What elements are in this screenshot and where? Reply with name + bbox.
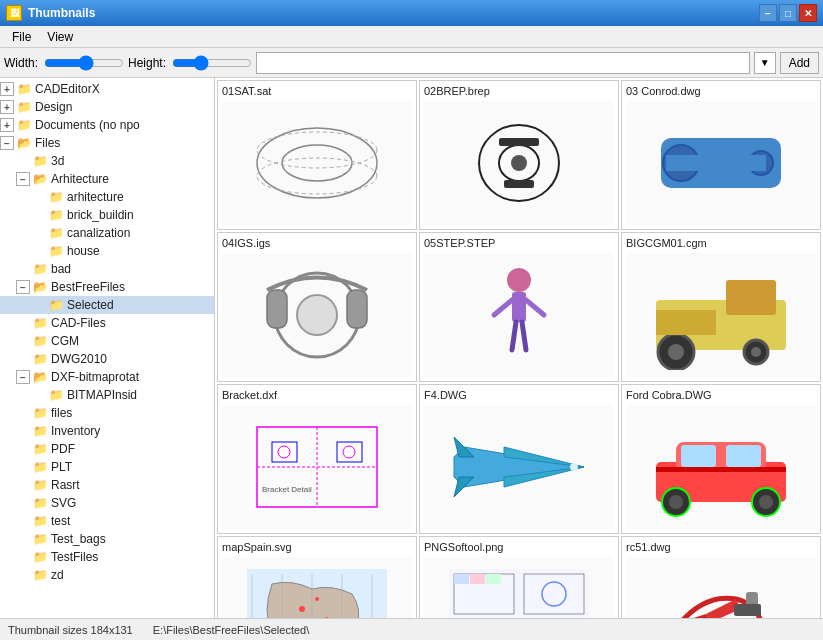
tree-no-expand [32, 244, 46, 258]
folder-icon: 📁 [16, 82, 32, 96]
folder-icon: 📁 [32, 316, 48, 330]
thumbnail-image [222, 253, 412, 377]
thumbnail-cell[interactable]: F4.DWG [419, 384, 619, 534]
tree-item-dwg2010[interactable]: 📁DWG2010 [0, 350, 214, 368]
tree-item-plt[interactable]: 📁PLT [0, 458, 214, 476]
tree-item-dxfbitmap[interactable]: −📂DXF-bitmaprotat [0, 368, 214, 386]
folder-icon: 📁 [48, 298, 64, 312]
thumbnail-cell[interactable]: Bracket.dxf Bracket Detail [217, 384, 417, 534]
minimize-button[interactable]: − [759, 4, 777, 22]
tree-item-bad[interactable]: 📁bad [0, 260, 214, 278]
tree-item-arhitecture[interactable]: −📂Arhitecture [0, 170, 214, 188]
status-size: Thumbnail sizes 184x131 [8, 624, 133, 636]
thumbnail-cell[interactable]: 03 Conrod.dwg [621, 80, 821, 230]
tree-item-inventory[interactable]: 📁Inventory [0, 422, 214, 440]
tree-item-test_bags[interactable]: 📁Test_bags [0, 530, 214, 548]
svg-line-22 [526, 300, 544, 315]
tree-item-pdf[interactable]: 📁PDF [0, 440, 214, 458]
tree-item-testfiles[interactable]: 📁TestFiles [0, 548, 214, 566]
path-input[interactable]: E:\Files\BestFreeFiles\Selected\ [256, 52, 750, 74]
tree-item-cadfiles[interactable]: 📁CAD-Files [0, 314, 214, 332]
tree-no-expand [16, 442, 30, 456]
tree-item-design[interactable]: +📁Design [0, 98, 214, 116]
tree-item-cgm[interactable]: 📁CGM [0, 332, 214, 350]
tree-label: Inventory [51, 424, 100, 438]
folder-icon: 📂 [32, 370, 48, 384]
expand-icon[interactable]: − [16, 172, 30, 186]
expand-icon[interactable]: + [0, 100, 14, 114]
tree-label: TestFiles [51, 550, 98, 564]
tree-label: arhitecture [67, 190, 124, 204]
svg-rect-48 [681, 445, 716, 467]
thumbnail-image [424, 253, 614, 377]
thumbnail-name: 02BREP.brep [424, 85, 490, 97]
tree-item-files[interactable]: −📂Files [0, 134, 214, 152]
thumbnail-name: BIGCGM01.cgm [626, 237, 707, 249]
expand-icon[interactable]: − [16, 370, 30, 384]
thumbnail-cell[interactable]: rc51.dwg [621, 536, 821, 618]
close-button[interactable]: ✕ [799, 4, 817, 22]
add-button[interactable]: Add [780, 52, 819, 74]
tree-item-3d[interactable]: 📁3d [0, 152, 214, 170]
width-slider[interactable] [44, 53, 124, 73]
tree-item-bitmapinsid[interactable]: 📁BITMAPInsid [0, 386, 214, 404]
svg-text:Bracket Detail: Bracket Detail [262, 485, 312, 494]
folder-icon: 📁 [32, 154, 48, 168]
thumbnail-cell[interactable]: 02BREP.brep [419, 80, 619, 230]
expand-icon[interactable]: + [0, 82, 14, 96]
expand-icon[interactable]: + [0, 118, 14, 132]
menu-view[interactable]: View [39, 28, 81, 46]
tree-label: BestFreeFiles [51, 280, 125, 294]
tree-no-expand [32, 226, 46, 240]
expand-icon[interactable]: − [16, 280, 30, 294]
thumbnail-cell[interactable]: 01SAT.sat [217, 80, 417, 230]
svg-point-58 [315, 597, 319, 601]
tree-label: Selected [67, 298, 114, 312]
tree-item-brick[interactable]: 📁brick_buildin [0, 206, 214, 224]
tree-label: Test_bags [51, 532, 106, 546]
title-bar: 🖼 Thumbnails − □ ✕ [0, 0, 823, 26]
svg-rect-79 [734, 604, 761, 616]
tree-item-arhitecture2[interactable]: 📁arhitecture [0, 188, 214, 206]
thumbnail-cell[interactable]: mapSpain.svg [217, 536, 417, 618]
tree-no-expand [16, 424, 30, 438]
tree-no-expand [32, 388, 46, 402]
thumbnail-cell[interactable]: Ford Cobra.DWG [621, 384, 821, 534]
tree-item-files2[interactable]: 📁files [0, 404, 214, 422]
tree-item-house[interactable]: 📁house [0, 242, 214, 260]
thumbnail-image [626, 405, 816, 529]
maximize-button[interactable]: □ [779, 4, 797, 22]
svg-rect-33 [272, 442, 297, 462]
tree-item-svg[interactable]: 📁SVG [0, 494, 214, 512]
tree-item-rasrt[interactable]: 📁Rasrt [0, 476, 214, 494]
tree-label: Design [35, 100, 72, 114]
thumbnail-cell[interactable]: BIGCGM01.cgm [621, 232, 821, 382]
tree-item-selected[interactable]: 📁Selected [0, 296, 214, 314]
tree-label: CGM [51, 334, 79, 348]
folder-icon: 📁 [32, 406, 48, 420]
tree-label: brick_buildin [67, 208, 134, 222]
thumbnail-image: Bracket Detail [222, 405, 412, 529]
height-slider[interactable] [172, 53, 252, 73]
thumbnail-cell[interactable]: 04IGS.igs [217, 232, 417, 382]
folder-icon: 📁 [32, 496, 48, 510]
tree-label: SVG [51, 496, 76, 510]
tree-item-canalization[interactable]: 📁canalization [0, 224, 214, 242]
thumbnail-cell[interactable]: 05STEP.STEP [419, 232, 619, 382]
folder-icon: 📁 [32, 478, 48, 492]
menu-file[interactable]: File [4, 28, 39, 46]
tree-item-test[interactable]: 📁test [0, 512, 214, 530]
tree-item-bestfreefiles[interactable]: −📂BestFreeFiles [0, 278, 214, 296]
svg-point-56 [299, 606, 305, 612]
folder-icon: 📂 [16, 136, 32, 150]
svg-rect-68 [486, 574, 501, 584]
expand-icon[interactable]: − [0, 136, 14, 150]
tree-no-expand [32, 190, 46, 204]
tree-item-documents[interactable]: +📁Documents (no npo [0, 116, 214, 134]
thumbnail-grid: 01SAT.sat 02BREP.brep 03 Conrod.dwg [217, 80, 821, 618]
thumbnail-area: 01SAT.sat 02BREP.brep 03 Conrod.dwg [215, 78, 823, 618]
thumbnail-cell[interactable]: PNGSoftool.png Software Tool [419, 536, 619, 618]
path-dropdown[interactable]: ▼ [754, 52, 776, 74]
tree-item-zd[interactable]: 📁zd [0, 566, 214, 584]
tree-item-cadeditorx[interactable]: +📁CADEditorX [0, 80, 214, 98]
